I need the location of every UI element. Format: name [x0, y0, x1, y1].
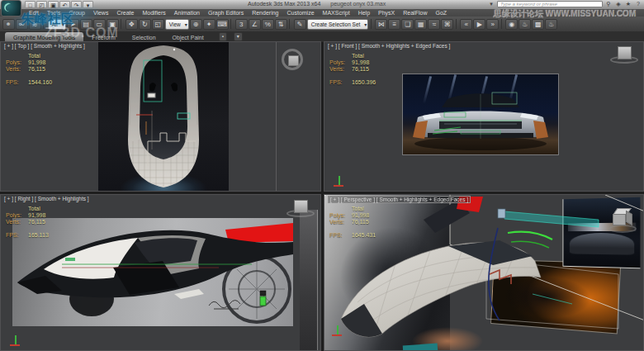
spinner-snap-icon[interactable]: ⇅	[275, 19, 287, 30]
previous-frame-icon[interactable]: «	[460, 19, 472, 30]
menu-item[interactable]: Animation	[170, 9, 204, 17]
toolbar-separator	[289, 19, 291, 29]
viewport-top-label[interactable]: [ + ] [ Top ] [ Smooth + Highlights ]	[4, 43, 85, 49]
material-editor-icon[interactable]: ◉	[505, 19, 518, 30]
car-front-view-model	[403, 74, 558, 154]
viewport-top[interactable]: [ + ] [ Top ] [ Smooth + Highlights ] To…	[0, 41, 321, 192]
select-and-rotate-icon[interactable]: ↻	[139, 19, 151, 30]
viewport-right[interactable]: [ + ] [ Right ] [ Smooth + Highlights ] …	[0, 194, 321, 351]
application-menu-button[interactable]	[1, 0, 21, 17]
select-and-scale-icon[interactable]: ◱	[152, 19, 164, 30]
align-icon[interactable]: ≡	[388, 19, 400, 30]
angle-snap-icon[interactable]: ∠	[249, 19, 261, 30]
viewcube-side-face	[626, 211, 632, 225]
3ds-max-window: □◰▣↶↷▾ Autodesk 3ds Max 2013 x64 peugeot…	[0, 0, 644, 351]
select-by-name-icon[interactable]: ▤	[80, 19, 92, 30]
edit-named-selection-sets-icon[interactable]: ✎	[294, 19, 306, 30]
communication-center-icon[interactable]: ◈	[614, 1, 623, 7]
viewcube[interactable]	[608, 206, 638, 235]
menu-item[interactable]: Customize	[282, 9, 318, 17]
rendered-frame-window-icon[interactable]: ▩	[532, 19, 544, 30]
toolbar-separator	[456, 19, 458, 29]
menu-item[interactable]: Graph Editors	[204, 9, 248, 17]
select-and-link-icon[interactable]: ⚭	[2, 19, 15, 30]
select-and-move-icon[interactable]: ✥	[125, 19, 138, 30]
viewcube[interactable]	[610, 46, 640, 71]
edge-on-plane	[300, 210, 318, 351]
menu-item[interactable]: Edit	[25, 9, 43, 17]
mirror-icon[interactable]: ⋈	[375, 19, 387, 30]
infocenter-search-input[interactable]: Type a keyword or phrase	[497, 1, 603, 7]
percent-snap-icon[interactable]: %	[262, 19, 274, 30]
infocenter: ▾ Type a keyword or phrase ⚲◈★?	[487, 1, 642, 7]
reference-coordinate-dropdown[interactable]: View	[165, 19, 189, 30]
viewport-front-label[interactable]: [ + ] [ Front ] [ Smooth + Highlights + …	[328, 43, 450, 49]
workspace-dropdown-icon[interactable]: ▾	[83, 1, 93, 8]
layer-manager-icon[interactable]: ❏	[401, 19, 414, 30]
menu-item[interactable]: Modifiers	[138, 9, 169, 17]
favorites-star-icon[interactable]: ★	[624, 1, 632, 7]
graphite-ribbon-toggle-icon[interactable]: ▦	[414, 19, 427, 30]
side-view-concept-sketch	[12, 218, 293, 326]
next-frame-icon[interactable]: »	[486, 19, 499, 30]
render-setup-icon[interactable]: ♨	[519, 19, 531, 30]
menu-item[interactable]: Tools	[43, 9, 64, 17]
ribbon-options-icon[interactable]: ▾	[234, 32, 243, 41]
render-production-icon[interactable]: ♨	[545, 19, 557, 30]
use-pivot-point-icon[interactable]: ⊕	[190, 19, 202, 30]
viewport-perspective[interactable]: [ + ] [ Perspective ] [ Smooth + Highlig…	[324, 194, 644, 351]
toolbar-separator	[121, 19, 123, 29]
viewcube[interactable]	[280, 47, 308, 75]
menu-item[interactable]: MAXScript	[319, 9, 354, 17]
front-view-reference-photo	[402, 74, 559, 155]
top-view-reference-plate	[98, 42, 229, 192]
viewport-perspective-label[interactable]: [ + ] [ Perspective ] [ Smooth + Highlig…	[328, 196, 471, 203]
play-animation-icon[interactable]: ▶	[473, 19, 485, 30]
car-top-view-model	[98, 42, 229, 192]
rectangular-selection-region-icon[interactable]: ▭	[93, 19, 106, 30]
3ds-max-logo-icon	[2, 1, 15, 14]
viewport-front[interactable]: [ + ] [ Front ] [ Smooth + Highlights + …	[324, 41, 644, 192]
menu-item[interactable]: RealFlow	[399, 9, 431, 17]
snaps-toggle-icon[interactable]: 3	[235, 19, 248, 30]
keyboard-override-icon[interactable]: ⌨	[216, 19, 229, 30]
window-crossing-toggle-icon[interactable]: ▣	[107, 19, 119, 30]
ribbon-minimize-icon[interactable]: ▪	[219, 32, 227, 41]
new-scene-icon[interactable]: □	[25, 1, 36, 8]
schematic-view-icon[interactable]: ⌘	[441, 19, 453, 30]
menu-bar: EditToolsGroupViewsCreateModifiersAnimat…	[0, 9, 644, 17]
toolbar-separator	[501, 19, 504, 29]
viewport-right-label[interactable]: [ + ] [ Right ] [ Smooth + Highlights ]	[4, 196, 89, 202]
select-and-manipulate-icon[interactable]: ✦	[203, 19, 215, 30]
viewcube[interactable]	[286, 200, 316, 225]
select-object-icon[interactable]: ➤	[67, 19, 79, 30]
open-file-icon[interactable]: ◰	[36, 1, 47, 8]
plane-edge-line	[317, 210, 318, 351]
selection-filter-dropdown[interactable]: All	[48, 19, 66, 30]
save-file-icon[interactable]: ▣	[48, 1, 59, 8]
search-dropdown-icon[interactable]: ▾	[487, 1, 495, 7]
menu-item[interactable]: GoZ	[431, 9, 451, 17]
undo-icon[interactable]: ↶	[59, 1, 70, 8]
plane-edge-line	[276, 42, 277, 191]
bind-to-space-warp-icon[interactable]: ≋	[29, 19, 41, 30]
menu-item[interactable]: Views	[89, 9, 113, 17]
world-axis-gizmo	[331, 325, 344, 339]
title-bar: □◰▣↶↷▾ Autodesk 3ds Max 2013 x64 peugeot…	[0, 0, 644, 9]
menu-item[interactable]: PhysX	[374, 9, 399, 17]
viewport-top-stats: Total Polys:91,998 Verts:76,115 FPS:1544…	[6, 53, 52, 86]
menu-item[interactable]: Create	[112, 9, 138, 17]
viewcube-top-face	[288, 55, 299, 66]
menu-item[interactable]: Help	[354, 9, 374, 17]
viewcube-front-face	[294, 200, 308, 213]
world-axis-gizmo	[9, 335, 22, 349]
help-icon[interactable]: ?	[634, 1, 642, 7]
named-selection-set-dropdown[interactable]: Create Selection Set	[307, 19, 369, 30]
search-icon[interactable]: ⚲	[604, 1, 613, 7]
menu-item[interactable]: Rendering	[248, 9, 282, 17]
menu-item[interactable]: Group	[64, 9, 88, 17]
redo-icon[interactable]: ↷	[71, 1, 82, 8]
unlink-selection-icon[interactable]: ⚮	[16, 19, 28, 30]
app-title-text: Autodesk 3ds Max 2013 x64	[248, 1, 320, 7]
curve-editor-icon[interactable]: ≈	[428, 19, 440, 30]
